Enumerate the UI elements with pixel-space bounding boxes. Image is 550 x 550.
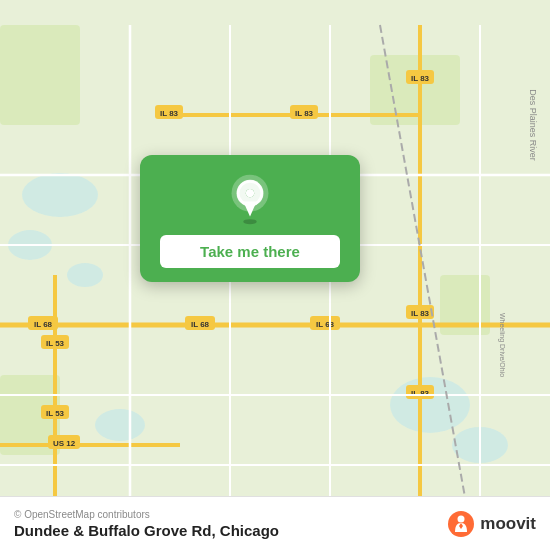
svg-text:IL 68: IL 68 [316,320,335,329]
svg-text:Des Plaines River: Des Plaines River [528,89,538,161]
svg-text:IL 83: IL 83 [295,109,314,118]
svg-point-1 [22,173,98,217]
svg-text:US 12: US 12 [53,439,76,448]
svg-text:Wheeling Drive/Ohio: Wheeling Drive/Ohio [498,313,506,377]
svg-rect-7 [0,25,80,125]
svg-point-51 [243,219,256,224]
svg-point-3 [67,263,103,287]
svg-text:IL 68: IL 68 [191,320,210,329]
take-me-there-button[interactable]: Take me there [160,235,340,268]
svg-text:IL 83: IL 83 [160,109,179,118]
svg-point-57 [458,515,465,522]
bottom-left: © OpenStreetMap contributors Dundee & Bu… [14,509,279,539]
svg-point-6 [95,409,145,441]
svg-text:IL 53: IL 53 [46,409,65,418]
map-container: IL 68 IL 68 IL 68 IL 83 IL 83 IL 83 IL 8… [0,0,550,550]
svg-text:IL 83: IL 83 [411,309,430,318]
moovit-text: moovit [480,514,536,534]
osm-attribution: © OpenStreetMap contributors [14,509,279,520]
moovit-logo: moovit [447,510,536,538]
location-name: Dundee & Buffalo Grove Rd, Chicago [14,522,279,539]
location-pin-icon [224,173,276,225]
svg-text:IL 83: IL 83 [411,74,430,83]
svg-text:IL 53: IL 53 [46,339,65,348]
location-card: Take me there [140,155,360,282]
svg-text:IL 68: IL 68 [34,320,53,329]
svg-point-54 [246,189,254,197]
bottom-bar: © OpenStreetMap contributors Dundee & Bu… [0,496,550,550]
moovit-icon [447,510,475,538]
svg-text:IL 83: IL 83 [411,389,430,398]
